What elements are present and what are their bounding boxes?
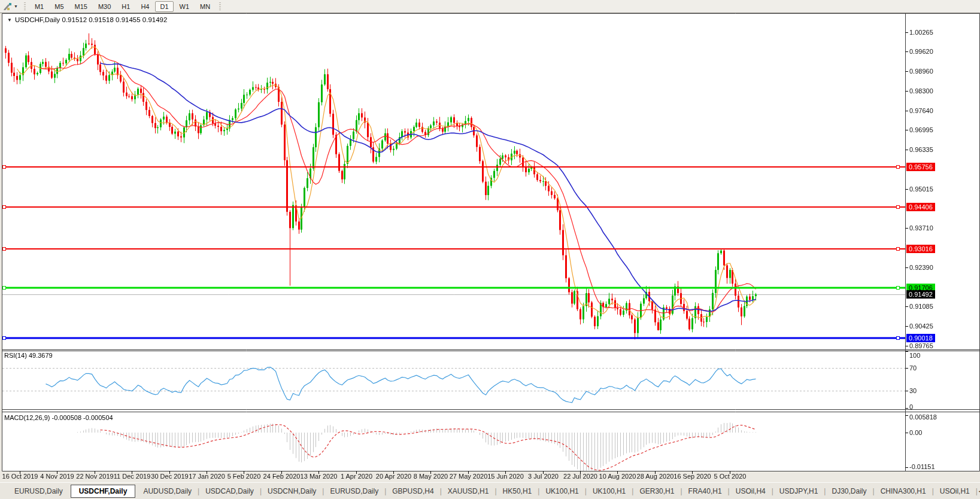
- support-line-price-badge: 0.90018: [906, 334, 935, 342]
- timeframe-button-m30[interactable]: M30: [93, 1, 116, 12]
- price-axis-label: 0.96335: [909, 146, 933, 153]
- macd-axis-label: 0.005818: [909, 413, 937, 421]
- price-axis-label: 0.96995: [909, 126, 933, 133]
- tabs-scroll-left-icon[interactable]: ◄: [978, 488, 980, 494]
- date-axis-label: 13 Mar 2020: [301, 473, 338, 480]
- timeframe-button-h1[interactable]: H1: [117, 1, 135, 12]
- price-axis-label: 0.98960: [909, 68, 933, 75]
- rsi-axis-label: 70: [909, 364, 917, 372]
- timeframe-button-mn[interactable]: MN: [195, 1, 215, 12]
- chart-title: ▼USDCHF,Daily 0.91512 0.91518 0.91455 0.…: [7, 16, 167, 23]
- toolbar-dropdown-caret-icon[interactable]: ▼: [13, 4, 20, 8]
- timeframe-button-m15[interactable]: M15: [70, 1, 92, 12]
- date-axis-label: 20 Apr 2020: [376, 473, 411, 480]
- chart-tab-dj30-daily[interactable]: DJ30,Daily: [826, 486, 872, 497]
- price-axis-label: 0.92390: [909, 264, 933, 271]
- chart-tab-usdcnh-daily[interactable]: USDCNH,Daily: [262, 486, 322, 497]
- chart-tab-eurusd-daily[interactable]: EURUSD,Daily: [324, 486, 384, 497]
- chart-tab-usoil-h1[interactable]: USOil,H1: [934, 486, 976, 497]
- timeframe-button-m5[interactable]: M5: [50, 1, 68, 12]
- chart-tab-usdjpy-h1[interactable]: USDJPY,H1: [773, 486, 824, 497]
- date-axis-label: 16 Oct 2019: [2, 473, 38, 480]
- price-axis-label: 0.95015: [909, 185, 933, 193]
- macd-axis-label: 0.00: [909, 429, 922, 436]
- timeframe-button-w1[interactable]: W1: [175, 1, 195, 12]
- rsi-axis-label: 0: [909, 403, 913, 410]
- chart-tab-ger30-h1[interactable]: GER30,H1: [633, 486, 680, 497]
- date-axis-label: 30 Dec 2019: [151, 473, 188, 480]
- chart-tab-fra40-h1[interactable]: FRA40,H1: [682, 486, 728, 497]
- chart-tab-usdchf-daily[interactable]: USDCHF,Daily: [71, 485, 136, 498]
- chart-tab-audusd-daily[interactable]: AUDUSD,Daily: [137, 486, 198, 497]
- chart-tab-china300-h1[interactable]: CHINA300,H1: [875, 486, 932, 497]
- date-axis-label: 22 Jul 2020: [563, 473, 597, 480]
- chart-tab-eurusd-daily[interactable]: EURUSD,Daily: [8, 486, 69, 497]
- timeframe-button-d1[interactable]: D1: [155, 1, 173, 12]
- date-axis-label: 3 Jul 2020: [528, 473, 559, 480]
- date-axis-label: 5 Oct 2020: [714, 473, 747, 480]
- top-toolbar: ▼ M1M5M15M30H1H4D1W1MN: [0, 0, 980, 13]
- price-axis-label: 0.91085: [909, 303, 933, 310]
- toolbar-grip: [219, 2, 221, 11]
- price-axis-label: 0.89765: [909, 342, 933, 349]
- price-axis-label: 0.99620: [909, 48, 933, 55]
- timeframe-button-group: M1M5M15M30H1H4D1W1MN: [29, 1, 216, 12]
- date-axis-label: 16 Sep 2020: [673, 473, 711, 480]
- rsi-indicator-label: RSI(14) 49.3679: [4, 352, 53, 359]
- date-axis-label: 1 Apr 2020: [341, 473, 372, 480]
- chart-tab-usoil-h4[interactable]: USOil,H4: [730, 486, 772, 497]
- resistance-line-price-badge: 0.94406: [906, 203, 935, 211]
- macd-axis-label: -0.01151: [909, 463, 935, 470]
- date-axis-label: 22 Nov 2019: [76, 473, 113, 480]
- date-axis-label: 15 Jun 2020: [487, 473, 524, 480]
- rsi-axis-label: 100: [909, 352, 920, 359]
- price-axis-label: 0.93710: [909, 224, 933, 232]
- chart-tab-hk50-h1[interactable]: HK50,H1: [497, 486, 538, 497]
- date-axis-label: 5 Feb 2020: [227, 473, 261, 480]
- chart-title-text: USDCHF,Daily 0.91512 0.91518 0.91455 0.9…: [15, 16, 167, 23]
- tab-scroll-arrows: ◄►: [978, 488, 980, 494]
- timeframe-button-h4[interactable]: H4: [136, 1, 154, 12]
- current-price-price-badge: 0.91492: [906, 290, 935, 299]
- timeframe-button-m1[interactable]: M1: [30, 1, 48, 12]
- date-axis-label: 11 Dec 2019: [114, 473, 151, 480]
- chart-tabs-bar: EURUSD,DailyUSDCHF,DailyAUDUSD,Daily|USD…: [0, 482, 980, 499]
- price-axis-label: 1.00265: [909, 29, 933, 36]
- date-axis-label: 17 Jan 2020: [189, 473, 225, 480]
- date-axis-label: 10 Aug 2020: [599, 473, 636, 480]
- chart-collapse-caret-icon[interactable]: ▼: [7, 17, 12, 23]
- chart-tab-uk100-h1[interactable]: UK100,H1: [539, 486, 584, 497]
- date-axis-label: 28 Aug 2020: [637, 473, 674, 480]
- chart-tab-usdcad-daily[interactable]: USDCAD,Daily: [199, 486, 260, 497]
- date-axis-label: 8 May 2020: [414, 473, 448, 480]
- date-axis-label: 4 Nov 2019: [40, 473, 74, 480]
- toolbar-grip: [24, 2, 26, 11]
- date-axis-label: 27 May 2020: [450, 473, 488, 480]
- drawing-tools-icon[interactable]: [1, 2, 13, 11]
- resistance-line-price-badge: 0.95756: [906, 163, 935, 171]
- chart-tab-gbpusd-h4[interactable]: GBPUSD,H4: [386, 486, 439, 497]
- rsi-axis-label: 30: [909, 387, 917, 394]
- price-axis-label: 0.90425: [909, 322, 933, 330]
- price-axis-label: 0.97640: [909, 107, 933, 114]
- chart-tab-xauusd-h1[interactable]: XAUUSD,H1: [442, 486, 495, 497]
- chart-tab-uk100-h1[interactable]: UK100,H1: [587, 486, 632, 497]
- date-axis-label: 24 Feb 2020: [263, 473, 301, 480]
- price-axis-label: 0.98300: [909, 87, 933, 95]
- chart-canvas[interactable]: [0, 0, 980, 499]
- macd-indicator-label: MACD(12,26,9) -0.000508 -0.000504: [4, 414, 113, 421]
- resistance-line-price-badge: 0.93016: [906, 245, 935, 253]
